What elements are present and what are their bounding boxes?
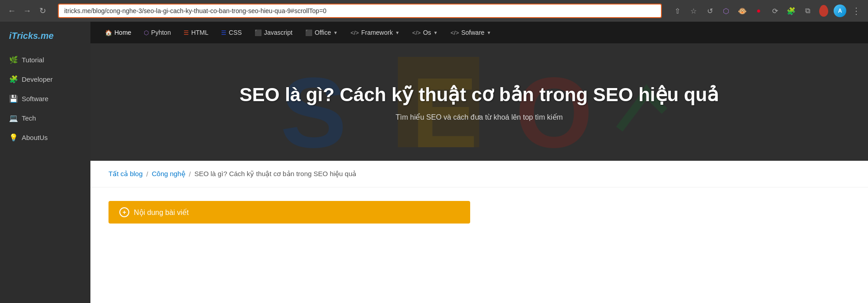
extension-icon-puzzle[interactable]: 🧩 [785,5,797,17]
browser-actions: ⇧ ☆ ↺ ⬡ 🐵 ● ⟳ 🧩 ⧉ A ⋮ [671,5,863,17]
toc-bar[interactable]: + Nội dung bài viết [108,201,470,224]
bookmark-icon[interactable]: ☆ [687,5,700,17]
css-icon: ☰ [221,29,226,36]
nav-html[interactable]: ☰ HTML [178,26,214,39]
sidebar-label-tutorial: Tutorial [22,56,44,64]
breadcrumb-section: Tất cả blog / Công nghệ / SEO là gì? Các… [90,161,868,187]
js-icon: ⬛ [255,29,262,36]
sofware-code-icon: </> [450,29,459,36]
breadcrumb-sep-2: / [189,170,191,178]
breadcrumb: Tất cả blog / Công nghệ / SEO là gì? Các… [108,170,850,178]
home-icon: 🏠 [105,29,112,36]
nav-framework[interactable]: </> Framework ▼ [345,26,405,39]
hero-section: S E O SEO là gì? Cách kỹ thuật cơ bản tr… [90,43,868,161]
hero-subtitle: Tìm hiểu SEO và cách đưa từ khoá lên top… [240,113,719,121]
framework-dropdown-arrow: ▼ [395,30,400,35]
pyhton-icon: ⬡ [144,29,149,36]
sidebar-label-tech: Tech [22,114,36,122]
developer-icon: 🧩 [9,75,18,84]
nav-home-label: Home [114,29,131,36]
nav-pyhton-label: Pyhton [151,29,171,36]
toc-icon: + [119,207,129,217]
nav-os[interactable]: </> Os ▼ [407,26,443,39]
extension-icon-pinterest[interactable]: ● [752,5,765,17]
sofware-dropdown-arrow: ▼ [487,30,491,35]
nav-sofware[interactable]: </> Sofware ▼ [445,26,496,39]
share-icon[interactable]: ⇧ [671,5,684,17]
sidebar-item-software[interactable]: 💾 Software [0,89,90,108]
browser-chrome: ← → ↻ ⇧ ☆ ↺ ⬡ 🐵 ● ⟳ 🧩 ⧉ A ⋮ [0,0,868,22]
os-dropdown-arrow: ▼ [434,30,438,35]
nav-pyhton[interactable]: ⬡ Pyhton [138,26,176,39]
sidebar-label-software: Software [22,95,48,103]
sidebar-item-aboutus[interactable]: 💡 AboutUs [0,128,90,147]
tutorial-icon: 🌿 [9,56,18,64]
user-avatar[interactable]: A [834,5,846,17]
hero-text: SEO là gì? Cách kỹ thuật cơ bản trong SE… [222,83,737,121]
sidebar-label-aboutus: AboutUs [22,134,48,141]
nav-office-label: Office [315,29,331,36]
breadcrumb-sep-1: / [146,170,148,178]
sidebar-item-developer[interactable]: 🧩 Developer [0,70,90,89]
nav-javascript[interactable]: ⬛ Javascript [249,26,298,39]
menu-icon[interactable]: ⋮ [850,5,863,17]
extension-icon-sync[interactable]: ⟳ [769,5,781,17]
nav-css[interactable]: ☰ CSS [216,26,247,39]
software-icon: 💾 [9,94,18,103]
main-content: 🏠 Home ⬡ Pyhton ☰ HTML ☰ CSS ⬛ Javascrip… [90,22,868,303]
address-bar[interactable] [58,4,662,18]
back-button[interactable]: ← [5,5,18,17]
nav-sofware-label: Sofware [461,29,484,36]
office-icon: ⬛ [305,29,312,36]
aboutus-icon: 💡 [9,133,18,142]
address-bar-container [58,4,662,18]
nav-css-label: CSS [229,29,242,36]
nav-html-label: HTML [191,29,208,36]
sidebar-label-developer: Developer [22,75,52,83]
tech-icon: 💻 [9,114,18,122]
nav-os-label: Os [423,29,431,36]
forward-button[interactable]: → [21,5,33,17]
extension-icon-purple[interactable]: ⬡ [720,5,732,17]
nav-js-label: Javascript [264,29,292,36]
sidebar-item-tech[interactable]: 💻 Tech [0,108,90,128]
nav-buttons: ← → ↻ [5,5,49,17]
site-logo[interactable]: iTricks.me [0,26,90,50]
sidebar: iTricks.me 🌿 Tutorial 🧩 Developer 💾 Soft… [0,22,90,303]
website-container: iTricks.me 🌿 Tutorial 🧩 Developer 💾 Soft… [0,22,868,303]
framework-code-icon: </> [350,29,359,36]
toc-label: Nội dung bài viết [134,208,189,217]
breadcrumb-cong-nghe[interactable]: Công nghệ [152,170,185,178]
breadcrumb-all-blog[interactable]: Tất cả blog [108,170,143,178]
os-code-icon: </> [412,29,421,36]
dropper-logo [817,5,830,17]
nav-framework-label: Framework [361,29,393,36]
split-icon[interactable]: ⧉ [801,5,814,17]
office-dropdown-arrow: ▼ [333,30,338,35]
refresh-icon[interactable]: ↺ [703,5,716,17]
extension-icon-monkey[interactable]: 🐵 [736,5,749,17]
nav-home[interactable]: 🏠 Home [99,26,137,39]
breadcrumb-current-page: SEO là gì? Cách kỹ thuật cơ bản trong SE… [194,170,356,178]
top-nav: 🏠 Home ⬡ Pyhton ☰ HTML ☰ CSS ⬛ Javascrip… [90,22,868,43]
sidebar-item-tutorial[interactable]: 🌿 Tutorial [0,50,90,70]
reload-button[interactable]: ↻ [36,5,49,17]
content-section: + Nội dung bài viết [90,187,868,237]
hero-title: SEO là gì? Cách kỹ thuật cơ bản trong SE… [240,83,719,107]
nav-office[interactable]: ⬛ Office ▼ [300,26,343,39]
html-icon: ☰ [184,29,189,36]
